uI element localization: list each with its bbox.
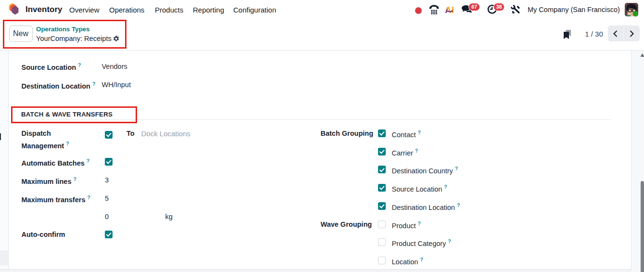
svg-text:A: A [445,5,452,14]
svg-text:I: I [452,5,454,14]
